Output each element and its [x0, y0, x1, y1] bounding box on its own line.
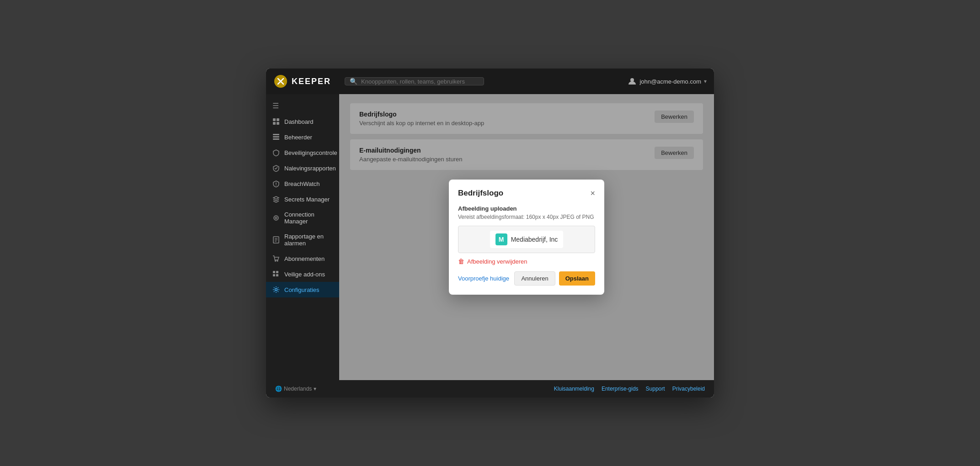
- modal-overlay: Bedrijfslogo × Afbeelding uploaden Verei…: [339, 94, 714, 380]
- svg-point-1: [630, 78, 634, 82]
- delete-image-text[interactable]: Afbeelding verwijderen: [467, 258, 527, 265]
- sidebar-item-secrets-manager[interactable]: Secrets Manager: [266, 191, 339, 207]
- svg-rect-20: [276, 274, 278, 276]
- svg-rect-18: [276, 271, 278, 273]
- modal-close-button[interactable]: ×: [590, 189, 595, 197]
- svg-rect-5: [277, 122, 279, 125]
- search-input[interactable]: [361, 78, 479, 85]
- breach-icon: [272, 180, 280, 187]
- logo-text: KEEPER: [292, 77, 331, 86]
- cart-icon: [272, 255, 280, 262]
- admin-icon: [272, 133, 280, 141]
- bedrijfslogo-modal: Bedrijfslogo × Afbeelding uploaden Verei…: [449, 180, 604, 295]
- logo-area: KEEPER: [273, 74, 337, 89]
- modal-footer: Voorproefje huidige Annuleren Opslaan: [458, 271, 595, 286]
- svg-rect-17: [273, 271, 275, 273]
- keeper-logo-icon: [273, 74, 288, 89]
- svg-rect-3: [277, 118, 279, 121]
- sidebar-item-abonnementen[interactable]: Abonnementen: [266, 251, 339, 266]
- sidebar-label-breachwatch: BreachWatch: [284, 180, 320, 187]
- sidebar-label-dashboard: Dashboard: [284, 118, 314, 125]
- search-icon: 🔍: [350, 78, 357, 85]
- sidebar-item-beveiligingscontrole[interactable]: Beveiligingscontrole: [266, 145, 339, 160]
- sidebar-item-configuraties[interactable]: Configuraties: [266, 282, 339, 297]
- sidebar-item-dashboard[interactable]: Dashboard: [266, 114, 339, 129]
- logo-preview-box[interactable]: M Mediabedrijf, Inc: [458, 226, 595, 253]
- svg-point-16: [277, 260, 278, 261]
- company-badge: M Mediabedrijf, Inc: [490, 231, 564, 248]
- sidebar-item-rapportage[interactable]: Rapportage en alarmen: [266, 229, 339, 251]
- gear-circle-icon: [272, 214, 280, 222]
- footer-link-support[interactable]: Support: [646, 386, 665, 392]
- sidebar-item-nalevingsrapporten[interactable]: Nalevingsrapporten: [266, 160, 339, 176]
- sidebar-label-beheerder: Beheerder: [284, 134, 312, 141]
- check-shield-icon: [272, 164, 280, 172]
- svg-point-21: [275, 289, 277, 291]
- company-name: Mediabedrijf, Inc: [511, 236, 558, 243]
- sidebar-item-beheerder[interactable]: Beheerder: [266, 129, 339, 145]
- app-window: KEEPER 🔍 john@acme-demo.com ▾ ☰: [266, 69, 714, 397]
- delete-image-row[interactable]: 🗑 Afbeelding verwijderen: [458, 258, 595, 265]
- sidebar-label-nalevingsrapporten: Nalevingsrapporten: [284, 165, 336, 172]
- svg-rect-4: [273, 122, 276, 125]
- layers-icon: [272, 196, 280, 203]
- user-email: john@acme-demo.com: [639, 78, 701, 85]
- sidebar: ☰ Dashboard Beh: [266, 94, 339, 380]
- svg-point-15: [275, 260, 276, 261]
- preview-link[interactable]: Voorproefje huidige: [458, 275, 509, 282]
- main-layout: ☰ Dashboard Beh: [266, 94, 714, 380]
- svg-rect-6: [273, 134, 279, 135]
- main-content: Bedrijfslogo Verschijnt als kop op inter…: [339, 94, 714, 380]
- upload-desc: Vereist afbeeldingsformaat: 160px x 40px…: [458, 214, 595, 220]
- company-icon: M: [495, 233, 507, 245]
- footer-link-kluisaanmelding[interactable]: Kluisaanmelding: [554, 386, 594, 392]
- sidebar-item-connection-manager[interactable]: Connection Manager: [266, 207, 339, 229]
- language-selector[interactable]: 🌐 Nederlands ▾: [275, 386, 316, 392]
- svg-rect-2: [273, 118, 276, 121]
- modal-actions: Annuleren Opslaan: [514, 271, 595, 286]
- header: KEEPER 🔍 john@acme-demo.com ▾: [266, 69, 714, 94]
- modal-header: Bedrijfslogo ×: [458, 189, 595, 198]
- svg-rect-19: [273, 274, 275, 276]
- globe-icon: 🌐: [275, 386, 282, 392]
- user-menu[interactable]: john@acme-demo.com ▾: [628, 77, 707, 86]
- sidebar-label-secrets-manager: Secrets Manager: [284, 196, 330, 203]
- sidebar-label-rapportage: Rapportage en alarmen: [284, 233, 333, 247]
- hamburger-icon[interactable]: ☰: [266, 98, 339, 114]
- upload-subtitle: Afbeelding uploaden: [458, 205, 595, 212]
- chevron-down-icon: ▾: [704, 78, 707, 85]
- footer-links: Kluisaanmelding Enterprise-gids Support …: [554, 386, 705, 392]
- grid-icon: [272, 270, 280, 278]
- svg-point-10: [275, 217, 277, 219]
- language-label: Nederlands: [284, 386, 312, 392]
- chevron-down-lang-icon: ▾: [314, 386, 316, 392]
- user-icon: [628, 77, 637, 86]
- search-bar[interactable]: 🔍: [345, 77, 484, 85]
- sidebar-label-beveiligingscontrole: Beveiligingscontrole: [284, 149, 337, 156]
- sidebar-label-abonnementen: Abonnementen: [284, 255, 325, 262]
- footer-link-privacy[interactable]: Privacybeleid: [672, 386, 705, 392]
- opslaan-button[interactable]: Opslaan: [559, 271, 595, 286]
- shield-icon: [272, 149, 280, 156]
- svg-rect-8: [273, 138, 279, 140]
- sidebar-item-breachwatch[interactable]: BreachWatch: [266, 176, 339, 191]
- footer: 🌐 Nederlands ▾ Kluisaanmelding Enterpris…: [266, 380, 714, 397]
- svg-rect-7: [273, 136, 279, 138]
- trash-icon: 🗑: [458, 258, 464, 265]
- modal-title: Bedrijfslogo: [458, 189, 503, 198]
- svg-point-9: [274, 216, 278, 220]
- sidebar-item-veilige-addons[interactable]: Veilige add-ons: [266, 266, 339, 282]
- sidebar-label-configuraties: Configuraties: [284, 286, 320, 293]
- gear-icon: [272, 286, 280, 293]
- dashboard-icon: [272, 118, 280, 125]
- annuleren-button[interactable]: Annuleren: [514, 271, 555, 286]
- footer-link-enterprise[interactable]: Enterprise-gids: [602, 386, 639, 392]
- sidebar-label-connection-manager: Connection Manager: [284, 211, 333, 225]
- sidebar-label-veilige-addons: Veilige add-ons: [284, 271, 325, 278]
- report-icon: [272, 236, 280, 244]
